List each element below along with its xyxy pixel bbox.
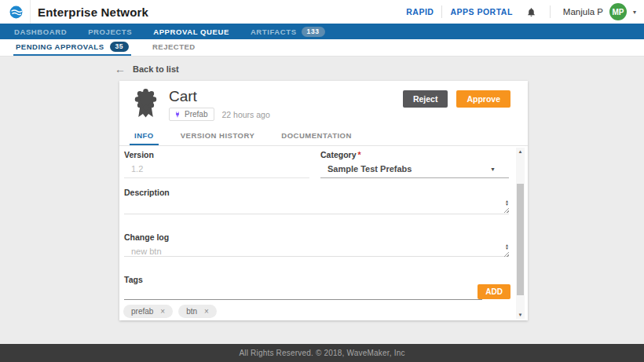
tag-chip: prefab × <box>123 305 173 318</box>
prefab-type-chip: Prefab <box>169 108 214 121</box>
version-input[interactable]: 1.2 <box>124 164 309 178</box>
topbar-right: RAPID APPS PORTAL Manjula P MP ▾ <box>406 3 644 20</box>
card-header: Cart Prefab 22 hours ago Reject Approve <box>119 81 528 130</box>
reject-button[interactable]: Reject <box>403 90 448 108</box>
resize-handle-icon[interactable] <box>503 251 509 257</box>
timestamp: 22 hours ago <box>221 110 269 119</box>
tags-label: Tags <box>124 275 143 284</box>
apps-portal-link[interactable]: APPS PORTAL <box>450 7 512 16</box>
back-arrow-icon: ← <box>115 64 126 74</box>
scrollbar-thumb[interactable] <box>517 184 524 295</box>
chevron-down-icon: ▾ <box>633 9 636 16</box>
content-area: ← Back to list Cart <box>0 57 644 344</box>
brand: Enterprise Network <box>8 0 148 24</box>
main-nav: DASHBOARD PROJECTS APPROVAL QUEUE ARTIFA… <box>0 24 644 39</box>
scroll-up-icon[interactable]: ▲ <box>516 148 525 155</box>
changelog-label: Change log <box>124 232 169 242</box>
spinner-icon[interactable]: ▲▼ <box>505 199 509 206</box>
changelog-value: new btn <box>124 247 162 256</box>
detail-tabs: INFO VERSION HISTORY DOCUMENTATION <box>119 130 528 146</box>
artifact-title: Cart <box>169 88 197 105</box>
tag-chip-label: prefab <box>131 307 153 316</box>
scroll-down-icon[interactable]: ▼ <box>516 311 525 319</box>
divider <box>550 5 551 18</box>
sub-nav: PENDING APPROVALS 35 REJECTED <box>0 39 644 57</box>
category-label: Category* <box>320 150 509 159</box>
notifications-bell-icon[interactable] <box>525 5 537 18</box>
page-footer: All Rights Reserved. © 2018, WaveMaker, … <box>0 344 644 362</box>
pending-approvals-label: PENDING APPROVALS <box>16 42 104 51</box>
back-link-label: Back to list <box>133 64 179 74</box>
back-to-list-link[interactable]: ← Back to list <box>115 64 179 74</box>
user-menu[interactable]: Manjula P MP ▾ <box>558 3 636 20</box>
nav-item-projects[interactable]: PROJECTS <box>88 27 132 36</box>
description-label: Description <box>124 188 170 197</box>
action-buttons: Reject Approve <box>403 90 510 108</box>
description-textarea[interactable]: ▲▼ <box>124 199 509 214</box>
top-header: Enterprise Network RAPID APPS PORTAL Man… <box>0 0 644 24</box>
tab-documentation[interactable]: DOCUMENTATION <box>276 131 357 145</box>
tab-rejected[interactable]: REJECTED <box>150 39 198 56</box>
plug-icon <box>174 111 181 119</box>
tag-chip-list: prefab × btn × <box>123 305 217 318</box>
tab-pending-approvals[interactable]: PENDING APPROVALS 35 <box>13 39 131 56</box>
nav-item-artifacts[interactable]: ARTIFACTS 133 <box>251 27 325 37</box>
info-form: Version 1.2 Category* Sample Test Prefab… <box>119 146 528 320</box>
category-field: Category* Sample Test Prefabs ▼ <box>320 150 509 178</box>
required-asterisk: * <box>358 150 361 159</box>
form-scrollbar[interactable]: ▲ ▼ <box>516 148 525 319</box>
artifacts-count-badge: 133 <box>302 27 325 37</box>
pending-count-badge: 35 <box>110 42 129 52</box>
nav-item-approval-queue[interactable]: APPROVAL QUEUE <box>153 27 229 36</box>
version-field: Version 1.2 <box>124 150 309 178</box>
category-select[interactable]: Sample Test Prefabs ▼ <box>320 164 509 178</box>
screen: Enterprise Network RAPID APPS PORTAL Man… <box>0 0 644 362</box>
resize-handle-icon[interactable] <box>503 207 509 213</box>
select-caret-icon: ▼ <box>490 166 496 172</box>
user-name: Manjula P <box>563 7 603 16</box>
description-value <box>124 203 131 212</box>
remove-tag-icon[interactable]: × <box>160 308 165 316</box>
prefab-chip-label: Prefab <box>185 110 207 119</box>
meta-row: Prefab 22 hours ago <box>169 108 270 121</box>
tags-input[interactable] <box>124 287 482 300</box>
nav-item-artifacts-label: ARTIFACTS <box>251 27 297 36</box>
award-ribbon-icon <box>131 87 160 123</box>
app-title: Enterprise Network <box>38 5 148 19</box>
textarea-controls: ▲▼ <box>503 199 509 213</box>
textarea-controls: ▲▼ <box>503 243 509 257</box>
copyright-text: All Rights Reserved. © 2018, WaveMaker, … <box>239 349 404 357</box>
nav-item-dashboard[interactable]: DASHBOARD <box>14 27 67 36</box>
category-selected-value: Sample Test Prefabs <box>327 164 412 174</box>
avatar: MP <box>609 3 627 20</box>
tab-version-history[interactable]: VERSION HISTORY <box>176 131 260 145</box>
tag-chip: btn × <box>178 305 217 318</box>
category-label-text: Category <box>320 150 357 159</box>
divider <box>441 5 442 18</box>
add-tag-button[interactable]: ADD <box>478 284 510 299</box>
changelog-textarea[interactable]: new btn ▲▼ <box>124 243 509 257</box>
remove-tag-icon[interactable]: × <box>204 308 209 316</box>
tag-chip-label: btn <box>186 307 197 316</box>
rapid-link[interactable]: RAPID <box>406 7 434 16</box>
tab-info[interactable]: INFO <box>130 131 159 145</box>
spinner-icon[interactable]: ▲▼ <box>505 243 509 250</box>
approve-button[interactable]: Approve <box>456 90 510 108</box>
divider <box>30 0 31 24</box>
wavemaker-logo-icon[interactable] <box>8 4 24 20</box>
approval-detail-card: Cart Prefab 22 hours ago Reject Approve <box>119 81 528 320</box>
version-label: Version <box>124 150 309 159</box>
